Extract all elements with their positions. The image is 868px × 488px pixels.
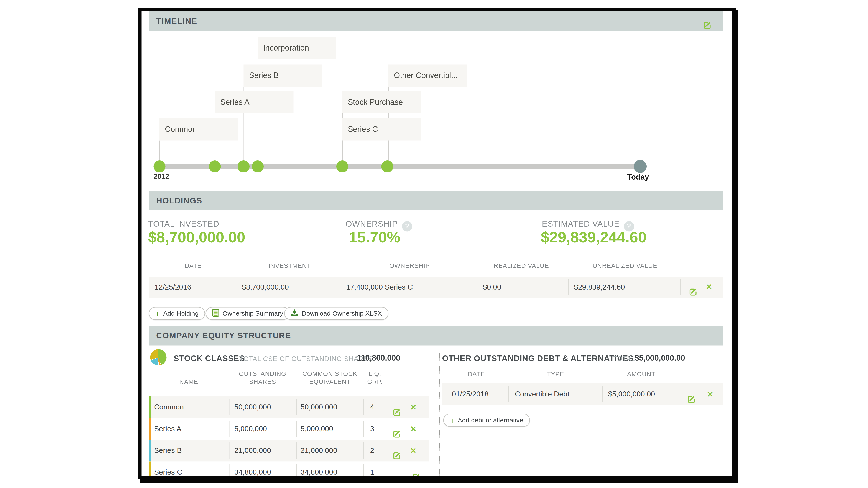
- timeline-dot[interactable]: [209, 161, 221, 172]
- add-holding-button[interactable]: + Add Holding: [149, 307, 205, 320]
- edit-class-icon[interactable]: [393, 446, 401, 455]
- timeline-event-series-c[interactable]: Series C: [342, 118, 421, 140]
- class-name: Series C: [154, 461, 182, 476]
- edit-debt-icon[interactable]: [687, 390, 696, 399]
- edit-class-icon[interactable]: [412, 468, 421, 476]
- class-name: Series B: [154, 440, 182, 461]
- col-realized-value: REALIZED VALUE: [494, 262, 549, 270]
- total-invested-value: $8,700,000.00: [148, 229, 245, 246]
- download-ownership-button[interactable]: Download Ownership XLSX: [284, 307, 389, 320]
- edit-class-icon[interactable]: [393, 403, 401, 412]
- holding-unrealized: $29,839,244.60: [574, 276, 625, 298]
- delete-holding-icon[interactable]: ✕: [706, 276, 712, 298]
- debt-total-label: TOTAL:: [613, 355, 637, 363]
- plus-icon: +: [450, 416, 455, 424]
- delete-class-icon[interactable]: ✕: [410, 418, 416, 440]
- app-window: TIMELINE Incorporation Series B Other Co…: [0, 0, 868, 488]
- class-cse: 21,000,000: [301, 440, 337, 461]
- timeline-event-incorporation[interactable]: Incorporation: [258, 37, 337, 59]
- total-cse-label: TOTAL CSE OF OUTSTANDING SHARES:: [239, 355, 375, 363]
- holdings-section-header: HOLDINGS: [149, 191, 723, 210]
- timeline-dot[interactable]: [252, 161, 264, 172]
- class-outstanding: 5,000,000: [235, 418, 267, 440]
- stock-class-row-series-b: Series B 21,000,000 21,000,000 2 ✕: [149, 440, 429, 461]
- class-color-bar: [149, 440, 152, 461]
- holding-row: 12/25/2016 $8,700,000.00 17,400,000 Seri…: [149, 276, 723, 298]
- col-debt-type: TYPE: [547, 370, 564, 379]
- ownership-value: 15.70%: [349, 229, 400, 246]
- stock-class-row-common: Common 50,000,000 50,000,000 4 ✕: [149, 396, 429, 418]
- add-debt-button[interactable]: + Add debt or alternative: [443, 414, 530, 427]
- timeline-event-stock-purchase[interactable]: Stock Purchase: [342, 91, 421, 113]
- class-cse: 50,000,000: [301, 396, 337, 418]
- debt-date: 01/25/2018: [452, 384, 489, 405]
- col-debt-amount: AMOUNT: [627, 370, 656, 379]
- equity-section-header: COMPANY EQUITY STRUCTURE: [149, 326, 723, 346]
- class-outstanding: 34,800,000: [235, 461, 271, 476]
- timeline-event-series-a[interactable]: Series A: [215, 91, 293, 113]
- debt-row: 01/25/2018 Convertible Debt $5,000,000.0…: [442, 384, 723, 405]
- col-liq-grp: LIQ. GRP.: [367, 370, 382, 386]
- class-outstanding: 50,000,000: [235, 396, 271, 418]
- download-icon: [291, 309, 299, 318]
- timeline-today-dot[interactable]: [633, 160, 647, 173]
- timeline-event-series-b[interactable]: Series B: [244, 65, 322, 87]
- col-unrealized-value: UNREALIZED VALUE: [593, 262, 657, 270]
- timeline-dot[interactable]: [381, 161, 394, 172]
- delete-debt-icon[interactable]: ✕: [707, 384, 713, 405]
- holding-investment: $8,700,000.00: [242, 276, 289, 298]
- pie-chart-icon: [150, 349, 167, 365]
- col-outstanding-shares: OUTSTANDING SHARES: [239, 370, 286, 386]
- col-investment: INVESTMENT: [269, 262, 311, 270]
- timeline-dot[interactable]: [336, 161, 348, 172]
- timeline-event-common[interactable]: Common: [159, 118, 238, 140]
- class-liq: 4: [368, 396, 376, 418]
- ownership-help-icon[interactable]: ?: [402, 221, 412, 232]
- edit-class-icon[interactable]: [393, 425, 401, 433]
- class-liq: 2: [368, 440, 376, 461]
- holding-realized: $0.00: [483, 276, 501, 298]
- timeline-dot[interactable]: [238, 161, 250, 172]
- holding-date: 12/25/2016: [155, 276, 191, 298]
- class-liq: 3: [368, 418, 376, 440]
- col-ownership: OWNERSHIP: [389, 262, 430, 270]
- col-date: DATE: [185, 262, 202, 270]
- stock-class-row-series-a: Series A 5,000,000 5,000,000 3 ✕: [149, 418, 429, 440]
- plus-icon: +: [155, 309, 160, 318]
- class-outstanding: 21,000,000: [235, 440, 271, 461]
- class-liq: 1: [368, 461, 376, 476]
- debt-amount: $5,000,000.00: [608, 384, 655, 405]
- timeline-dot[interactable]: [154, 161, 165, 172]
- class-name: Common: [154, 396, 184, 418]
- class-color-bar: [149, 461, 152, 476]
- class-color-bar: [149, 396, 152, 418]
- edit-holding-icon[interactable]: [689, 283, 698, 291]
- debt-total-value: $5,000,000.00: [635, 354, 685, 362]
- col-debt-date: DATE: [468, 370, 485, 379]
- holding-ownership: 17,400,000 Series C: [346, 276, 413, 298]
- list-icon: [212, 309, 219, 318]
- ownership-summary-button[interactable]: Ownership Summary: [206, 307, 290, 320]
- delete-class-icon[interactable]: ✕: [410, 396, 416, 418]
- timeline-title: TIMELINE: [156, 16, 197, 26]
- debt-type: Convertible Debt: [515, 384, 569, 405]
- timeline-start-year: 2012: [154, 172, 169, 181]
- stock-class-row-series-c: Series C 34,800,000 34,800,000 1: [149, 461, 429, 476]
- timeline-event-other-convertible[interactable]: Other Convertibl...: [389, 65, 467, 87]
- debt-title: OTHER OUTSTANDING DEBT & ALTERNATIVES: [442, 354, 634, 363]
- col-common-stock-equivalent: COMMON STOCK EQUIVALENT: [303, 370, 358, 386]
- holdings-title: HOLDINGS: [156, 196, 202, 205]
- delete-class-icon[interactable]: ✕: [410, 440, 416, 461]
- total-invested-label: TOTAL INVESTED: [148, 219, 219, 228]
- class-name: Series A: [154, 418, 181, 440]
- class-cse: 34,800,000: [301, 461, 337, 476]
- edit-timeline-icon[interactable]: [703, 17, 712, 26]
- timeline-section-header: TIMELINE: [149, 11, 723, 31]
- stock-classes-title: STOCK CLASSES: [174, 354, 245, 363]
- col-name: NAME: [179, 378, 198, 386]
- total-cse-value: 110,800,000: [357, 354, 400, 362]
- equity-title: COMPANY EQUITY STRUCTURE: [156, 331, 291, 340]
- timeline-bar: [158, 164, 641, 169]
- class-color-bar: [149, 418, 152, 440]
- timeline-today-label: Today: [627, 172, 649, 181]
